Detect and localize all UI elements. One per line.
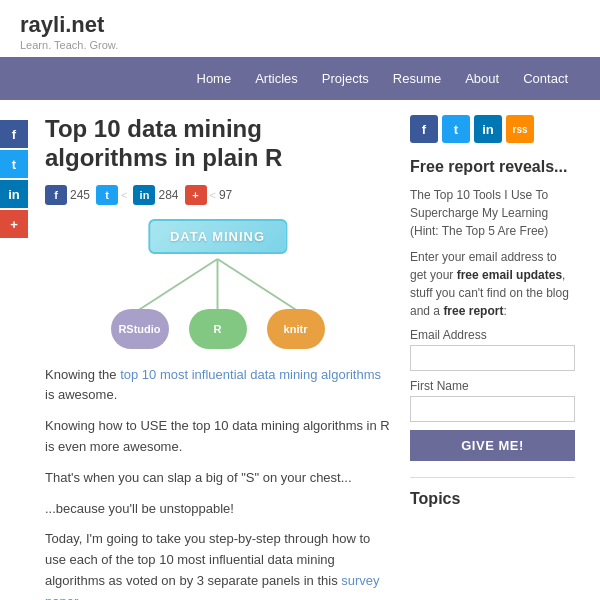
social-sidebar: f t in + [0,120,30,600]
first-name-label: First Name [410,379,575,393]
nav-bar: Home Articles Projects Resume About Cont… [0,57,600,100]
knitr-node: knitr [267,309,325,349]
svg-line-2 [218,259,303,314]
plus-share-icon: + [185,185,207,205]
article-body: Knowing the top 10 most influential data… [45,365,390,600]
widget-cta: Enter your email address to get your fre… [410,248,575,320]
svg-line-0 [133,259,218,314]
email-label: Email Address [410,328,575,342]
article-paragraph-4: ...because you'll be unstoppable! [45,499,390,520]
nav-articles[interactable]: Articles [243,57,310,100]
linkedin-share-icon: in [133,185,155,205]
sidebar-li-icon[interactable]: in [474,115,502,143]
r-node: R [189,309,247,349]
article-paragraph-5: Today, I'm going to take you step-by-ste… [45,529,390,600]
linkedin-share-count: 284 [158,188,178,202]
sub-nodes: RStudio R knitr [111,309,325,349]
give-me-button[interactable]: GIVE ME! [410,430,575,461]
main-layout: f t in + Top 10 data mining algorithms i… [0,100,600,600]
free-report-widget: Free report reveals... The Top 10 Tools … [410,157,575,461]
nav-resume[interactable]: Resume [381,57,453,100]
rstudio-node: RStudio [111,309,169,349]
sidebar-social-icons: f t in rss [410,115,575,143]
nav-home[interactable]: Home [185,57,244,100]
twitter-divider: < [121,189,127,201]
article-paragraph-1: Knowing the top 10 most influential data… [45,365,390,407]
widget-description: The Top 10 Tools I Use To Supercharge My… [410,186,575,240]
widget-divider [410,477,575,478]
facebook-share-count: 245 [70,188,90,202]
share-plus[interactable]: + < 97 [185,185,233,205]
article-paragraph-3: That's when you can slap a big of "S" on… [45,468,390,489]
plus-divider: < [210,189,216,201]
data-mining-diagram: DATA MINING RStudio R knitr [45,219,390,349]
share-bar: f 245 t < in 284 + < 97 [45,185,390,205]
share-twitter[interactable]: t < [96,185,127,205]
sidebar-fb-icon[interactable]: f [410,115,438,143]
topics-title: Topics [410,490,575,508]
main-content: Top 10 data mining algorithms in plain R… [30,100,410,600]
nav-contact[interactable]: Contact [511,57,580,100]
site-header: rayli.net Learn. Teach. Grow. [0,0,600,57]
right-sidebar: f t in rss Free report reveals... The To… [410,100,585,600]
data-mining-link[interactable]: top 10 most influential data mining algo… [120,367,381,382]
sidebar-twitter-button[interactable]: t [0,150,28,178]
free-email-bold: free email updates [457,268,562,282]
sidebar-tw-icon[interactable]: t [442,115,470,143]
nav-about[interactable]: About [453,57,511,100]
free-report-bold: free report [443,304,503,318]
nav-projects[interactable]: Projects [310,57,381,100]
sidebar-plus-button[interactable]: + [0,210,28,238]
sidebar-rss-icon[interactable]: rss [506,115,534,143]
first-name-input[interactable] [410,396,575,422]
sidebar-facebook-button[interactable]: f [0,120,28,148]
share-facebook[interactable]: f 245 [45,185,90,205]
email-input[interactable] [410,345,575,371]
site-tagline: Learn. Teach. Grow. [20,39,580,51]
article-paragraph-2: Knowing how to USE the top 10 data minin… [45,416,390,458]
plus-share-count: 97 [219,188,232,202]
survey-paper-link[interactable]: survey paper [45,573,380,600]
widget-title: Free report reveals... [410,157,575,178]
twitter-share-icon: t [96,185,118,205]
facebook-share-icon: f [45,185,67,205]
article-title: Top 10 data mining algorithms in plain R [45,115,390,173]
site-title: rayli.net [20,12,580,38]
share-linkedin[interactable]: in 284 [133,185,178,205]
sidebar-linkedin-button[interactable]: in [0,180,28,208]
